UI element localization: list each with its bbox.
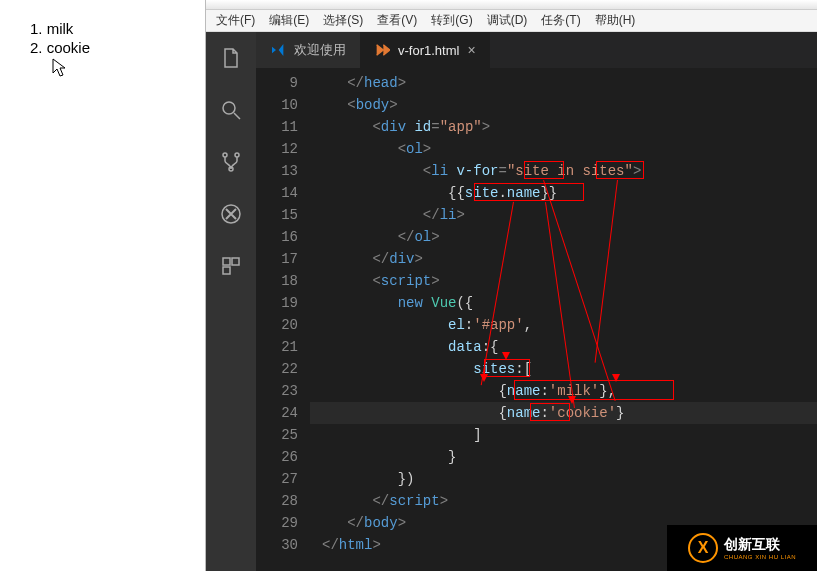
- close-icon[interactable]: ×: [467, 42, 475, 58]
- menubar: 文件(F) 编辑(E) 选择(S) 查看(V) 转到(G) 调试(D) 任务(T…: [206, 10, 817, 32]
- menu-help[interactable]: 帮助(H): [591, 10, 640, 31]
- watermark-text: 创新互联: [724, 536, 780, 552]
- source-control-icon[interactable]: [217, 148, 245, 176]
- explorer-icon[interactable]: [217, 44, 245, 72]
- tab-bar: 欢迎使用 v-for1.html ×: [256, 32, 817, 68]
- line-gutter: 9101112131415161718192021222324252627282…: [256, 68, 316, 571]
- menu-tasks[interactable]: 任务(T): [537, 10, 584, 31]
- watermark-icon: X: [688, 533, 718, 563]
- browser-preview: milk cookie: [0, 0, 206, 571]
- svg-rect-6: [232, 258, 239, 265]
- code-editor[interactable]: 9101112131415161718192021222324252627282…: [256, 68, 817, 571]
- tab-active-file[interactable]: v-for1.html ×: [360, 32, 490, 68]
- extensions-icon[interactable]: [217, 252, 245, 280]
- list-item: milk: [30, 20, 205, 37]
- menu-select[interactable]: 选择(S): [319, 10, 367, 31]
- menu-view[interactable]: 查看(V): [373, 10, 421, 31]
- menu-debug[interactable]: 调试(D): [483, 10, 532, 31]
- svg-rect-7: [223, 267, 230, 274]
- editor-area: 欢迎使用 v-for1.html × 910111213141516171819…: [256, 32, 817, 571]
- svg-point-2: [235, 153, 239, 157]
- menu-edit[interactable]: 编辑(E): [265, 10, 313, 31]
- watermark-logo: X 创新互联 CHUANG XIN HU LIAN: [667, 525, 817, 571]
- svg-rect-5: [223, 258, 230, 265]
- svg-point-0: [223, 102, 235, 114]
- vscode-icon: [270, 42, 286, 58]
- svg-point-1: [223, 153, 227, 157]
- tab-label: 欢迎使用: [294, 41, 346, 59]
- list-item: cookie: [30, 39, 205, 56]
- mouse-cursor-icon: [52, 58, 68, 78]
- search-icon[interactable]: [217, 96, 245, 124]
- tab-welcome[interactable]: 欢迎使用: [256, 32, 360, 68]
- window-titlebar: [206, 0, 817, 10]
- watermark-subtext: CHUANG XIN HU LIAN: [724, 554, 796, 560]
- debug-icon[interactable]: [217, 200, 245, 228]
- code-content[interactable]: </head> <body> <div id="app"> <ol> <li v…: [316, 68, 817, 571]
- menu-goto[interactable]: 转到(G): [427, 10, 476, 31]
- tab-label: v-for1.html: [398, 43, 459, 58]
- vscode-window: 文件(F) 编辑(E) 选择(S) 查看(V) 转到(G) 调试(D) 任务(T…: [206, 0, 817, 571]
- menu-file[interactable]: 文件(F): [212, 10, 259, 31]
- html-file-icon: [374, 42, 390, 58]
- output-list: milk cookie: [30, 20, 205, 56]
- activity-bar: [206, 32, 256, 571]
